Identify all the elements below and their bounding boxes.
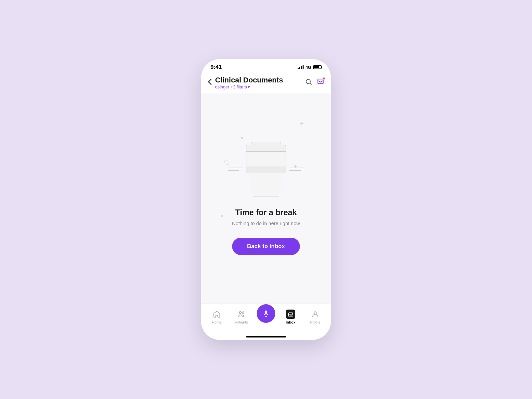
nav-label-patients: Patients [235, 320, 248, 324]
battery-icon [313, 65, 322, 69]
network-label: 4G [306, 65, 311, 70]
header-actions [305, 78, 324, 87]
break-subtitle: Nothing to do in here right now [232, 220, 300, 226]
inbox-icon [286, 310, 295, 319]
sparkle-decoration-1: ✦ [299, 120, 304, 127]
svg-rect-4 [265, 310, 267, 314]
nav-item-profile[interactable]: Profile [305, 310, 325, 324]
header-title-group: Clinical Documents dsinger +3 filters ▾ [215, 76, 305, 89]
nav-label-home: Home [212, 320, 221, 324]
phone-frame: 9:41 4G Clinical Documents dsinger +3 fi… [201, 59, 331, 340]
svg-point-3 [242, 312, 244, 313]
back-to-inbox-button[interactable]: Back to inbox [232, 238, 300, 255]
sparkle-decoration-4 [224, 160, 229, 165]
sparkle-decoration-2 [241, 137, 243, 139]
bottom-nav: Home Patients [201, 303, 331, 333]
svg-point-2 [239, 312, 241, 314]
home-icon [212, 310, 221, 319]
nav-label-profile: Profile [310, 320, 320, 324]
nav-item-mic[interactable] [256, 304, 276, 330]
side-lines-right [289, 168, 304, 171]
inbox-box [286, 310, 295, 319]
home-bar [201, 333, 331, 340]
patients-icon [237, 310, 246, 319]
signal-icon [298, 65, 304, 69]
nav-item-inbox[interactable]: Inbox [281, 310, 301, 324]
nav-label-inbox: Inbox [286, 320, 295, 324]
nav-item-home[interactable]: Home [207, 310, 227, 324]
search-button[interactable] [305, 78, 312, 87]
nav-item-patients[interactable]: Patients [231, 310, 251, 324]
profile-icon [311, 310, 320, 319]
sparkle-decoration-6 [221, 215, 223, 217]
svg-point-8 [314, 312, 317, 314]
notification-dot [323, 77, 325, 80]
status-bar: 9:41 4G [201, 59, 331, 73]
coffee-cup-illustration [246, 142, 286, 198]
home-indicator [246, 336, 286, 337]
mic-button[interactable] [257, 304, 275, 323]
page-title: Clinical Documents [215, 76, 305, 84]
coffee-cup [246, 142, 286, 197]
status-icons: 4G [298, 65, 322, 70]
break-title: Time for a break [235, 208, 297, 217]
main-content: ✦ ✦ [201, 93, 331, 303]
side-lines-left [228, 168, 243, 171]
header: Clinical Documents dsinger +3 filters ▾ [201, 73, 331, 93]
filter-subtitle[interactable]: dsinger +3 filters ▾ [215, 84, 305, 89]
notification-button[interactable] [317, 78, 324, 87]
status-time: 9:41 [210, 64, 222, 70]
back-button[interactable] [208, 78, 212, 87]
